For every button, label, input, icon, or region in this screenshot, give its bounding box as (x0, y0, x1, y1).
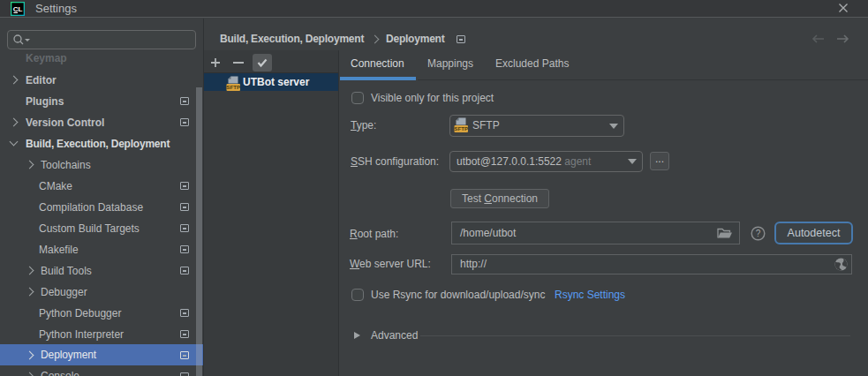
svg-text:CL: CL (13, 5, 23, 13)
svg-text:SFTP: SFTP (454, 125, 468, 132)
svg-text:?: ? (756, 229, 761, 238)
svg-text:SFTP: SFTP (226, 84, 240, 90)
